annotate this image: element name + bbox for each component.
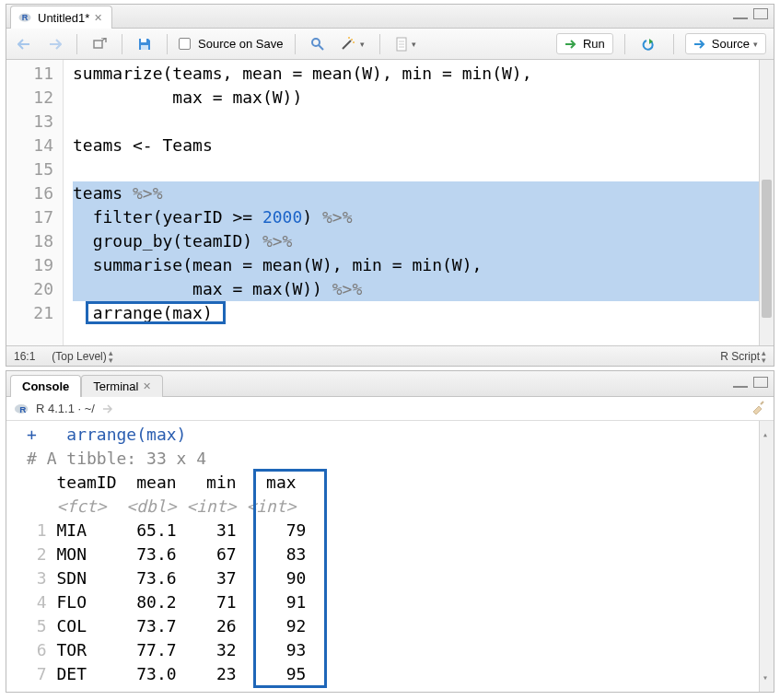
console-tabbar: Console Terminal ✕ <box>6 371 774 397</box>
tab-terminal-label: Terminal <box>93 379 138 393</box>
code-body[interactable]: summarize(teams, mean = mean(W), min = m… <box>64 60 759 345</box>
rscript-icon: R <box>17 9 33 26</box>
tab-terminal[interactable]: Terminal ✕ <box>81 375 163 397</box>
console-line: 3 SDN 73.6 37 90 <box>27 566 770 590</box>
svg-line-7 <box>343 41 351 49</box>
code-line[interactable]: group_by(teamID) %>% <box>73 229 759 253</box>
console-line: 6 TOR 77.7 32 93 <box>27 638 770 662</box>
close-icon[interactable]: ✕ <box>94 12 102 24</box>
close-icon[interactable]: ✕ <box>143 380 151 392</box>
nav-back-button[interactable] <box>14 36 36 52</box>
code-line[interactable]: teams <- Teams <box>73 134 759 158</box>
scope-label[interactable]: (Top Level) <box>52 350 106 363</box>
code-line[interactable]: summarise(mean = mean(W), min = min(W), <box>73 253 759 277</box>
source-label: Source <box>712 37 750 51</box>
popout-icon[interactable] <box>100 401 117 417</box>
console-line: 7 DET 73.0 23 95 <box>27 662 770 686</box>
line-gutter: 1112131415161718192021 <box>6 60 64 345</box>
run-label: Run <box>583 37 605 51</box>
svg-rect-4 <box>141 45 148 50</box>
cursor-pos: 16:1 <box>14 350 35 363</box>
svg-line-6 <box>319 45 323 50</box>
rerun-button[interactable] <box>636 36 662 52</box>
show-in-new-window-button[interactable] <box>88 36 111 52</box>
console-line: 5 COL 73.7 26 92 <box>27 614 770 638</box>
console-scrollbar[interactable]: ▴ ▾ <box>759 421 774 692</box>
lang-stepper[interactable]: ▴▾ <box>762 349 766 364</box>
editor-scrollbar[interactable] <box>759 60 774 345</box>
clear-console-icon[interactable] <box>750 401 766 417</box>
find-button[interactable] <box>307 35 329 53</box>
save-button[interactable] <box>134 35 156 53</box>
scope-stepper[interactable]: ▴▾ <box>109 349 113 364</box>
console-info: R R 4.1.1 · ~/ <box>6 397 774 421</box>
code-line[interactable]: teams %>% <box>73 181 759 205</box>
code-editor[interactable]: 1112131415161718192021 summarize(teams, … <box>6 60 774 345</box>
tab-console-label: Console <box>22 379 69 393</box>
svg-rect-2 <box>94 41 102 48</box>
svg-text:R: R <box>22 13 29 22</box>
source-button[interactable]: Source ▾ <box>685 33 766 54</box>
compile-report-button[interactable]: ▾ <box>391 35 420 53</box>
svg-line-17 <box>761 402 763 404</box>
editor-tab-untitled[interactable]: R Untitled1* ✕ <box>10 6 112 29</box>
magic-wand-button[interactable]: ▾ <box>336 35 368 53</box>
console-line: 4 FLO 80.2 71 91 <box>27 590 770 614</box>
editor-tabbar: R Untitled1* ✕ <box>6 5 774 29</box>
editor-toolbar: Source on Save ▾ ▾ Run Source ▾ <box>6 29 774 60</box>
console-info-text: R 4.1.1 · ~/ <box>36 402 95 415</box>
nav-fwd-button[interactable] <box>43 36 65 52</box>
console-line: teamID mean min max <box>27 471 770 495</box>
run-button[interactable]: Run <box>556 33 613 54</box>
console-line: <fct> <dbl> <int> <int> <box>27 495 770 519</box>
svg-point-10 <box>348 37 350 39</box>
console-pane: Console Terminal ✕ R R 4.1.1 · ~/ + arra… <box>6 370 774 693</box>
svg-text:R: R <box>19 403 26 414</box>
pane-maximize-icon[interactable] <box>753 377 768 388</box>
r-logo-icon: R <box>14 401 30 417</box>
editor-statusbar: 16:1 (Top Level) ▴▾ R Script ▴▾ <box>6 345 774 366</box>
pane-maximize-icon[interactable] <box>753 8 768 19</box>
code-line[interactable] <box>73 158 759 181</box>
code-line[interactable]: arrange(max) <box>73 301 759 325</box>
console-line: + arrange(max) <box>27 423 770 447</box>
source-on-save-label: Source on Save <box>198 37 284 51</box>
console-output[interactable]: + arrange(max)# A tibble: 33 x 4 teamID … <box>6 421 774 692</box>
svg-point-8 <box>351 39 353 41</box>
code-line[interactable]: filter(yearID >= 2000) %>% <box>73 205 759 229</box>
console-line: # A tibble: 33 x 4 <box>27 447 770 471</box>
pane-minimize-icon[interactable] <box>733 8 748 19</box>
svg-rect-3 <box>141 39 146 42</box>
editor-tab-title: Untitled1* <box>38 11 89 25</box>
code-line[interactable]: summarize(teams, mean = mean(W), min = m… <box>73 62 759 86</box>
svg-point-9 <box>353 41 355 43</box>
code-line[interactable]: max = max(W)) <box>73 86 759 110</box>
code-line[interactable]: max = max(W)) %>% <box>73 277 759 301</box>
console-line: 1 MIA 65.1 31 79 <box>27 519 770 542</box>
tab-console[interactable]: Console <box>10 375 81 397</box>
console-line: 2 MON 73.6 67 83 <box>27 542 770 566</box>
source-on-save-checkbox[interactable] <box>179 38 191 50</box>
pane-minimize-icon[interactable] <box>733 377 748 388</box>
editor-pane: R Untitled1* ✕ Source on Save <box>6 4 774 367</box>
code-line[interactable] <box>73 110 759 134</box>
lang-label[interactable]: R Script <box>720 350 760 363</box>
svg-point-5 <box>312 39 320 46</box>
